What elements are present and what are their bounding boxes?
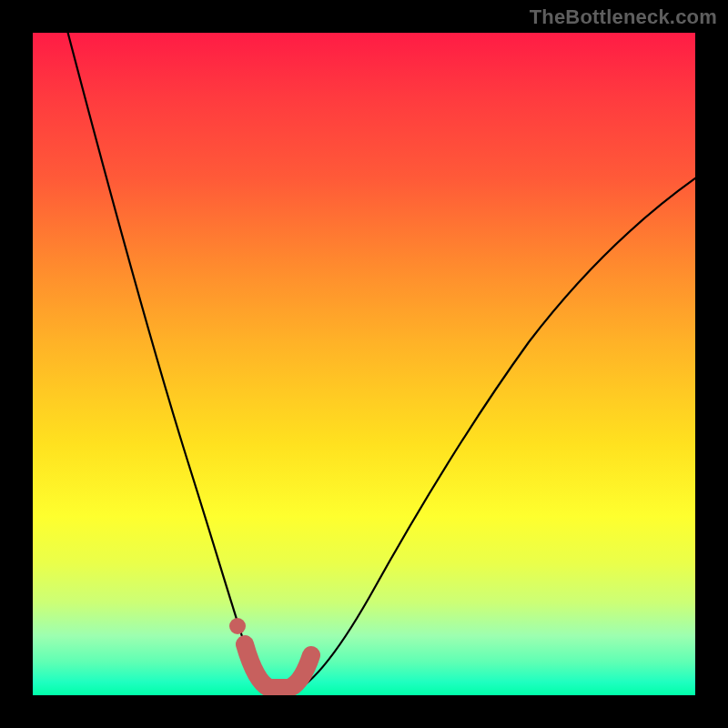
curve-right-branch [288,178,695,694]
marker-dot [229,618,246,634]
attribution-text: TheBottleneck.com [530,5,717,29]
plot-area [33,33,695,695]
bottleneck-curve [33,33,695,695]
chart-frame: TheBottleneck.com [0,0,728,728]
curve-left-branch [66,33,274,694]
optimal-range-marker [245,644,311,688]
